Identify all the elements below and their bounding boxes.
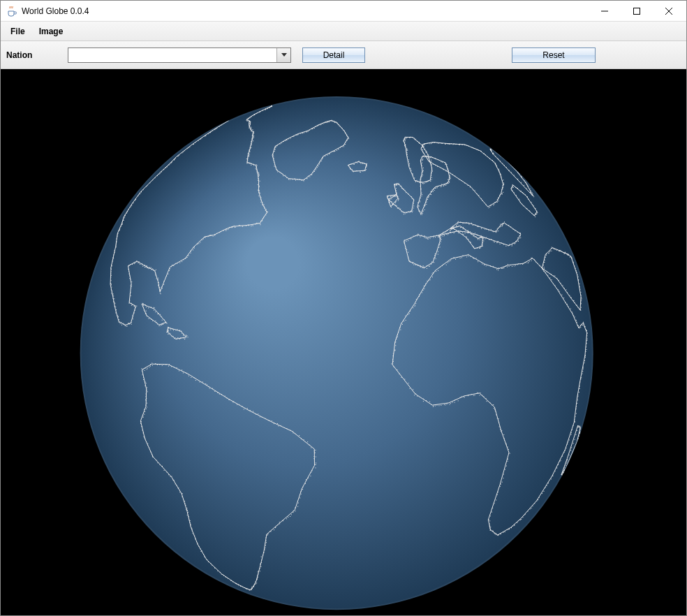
window-title: World Globe 0.0.4 — [22, 6, 89, 16]
minimize-button[interactable] — [589, 1, 621, 22]
detail-button[interactable]: Detail — [302, 47, 365, 63]
menu-file[interactable]: File — [5, 24, 31, 39]
globe-viewport[interactable] — [1, 69, 686, 615]
app-window: World Globe 0.0.4 File Image Nation Deta… — [0, 0, 687, 616]
reset-button[interactable]: Reset — [512, 47, 596, 63]
svg-rect-0 — [634, 8, 640, 14]
maximize-button[interactable] — [621, 1, 653, 22]
java-cup-icon — [6, 6, 17, 17]
toolbar: Nation Detail Reset — [1, 41, 686, 69]
titlebar: World Globe 0.0.4 — [1, 1, 686, 22]
nation-label: Nation — [5, 50, 68, 60]
close-button[interactable] — [653, 1, 685, 22]
nation-select-value — [68, 48, 276, 62]
chevron-down-icon — [276, 48, 290, 62]
nation-select[interactable] — [68, 47, 291, 63]
menu-image[interactable]: Image — [34, 24, 69, 39]
menubar: File Image — [1, 22, 686, 41]
globe-canvas[interactable] — [1, 69, 686, 615]
